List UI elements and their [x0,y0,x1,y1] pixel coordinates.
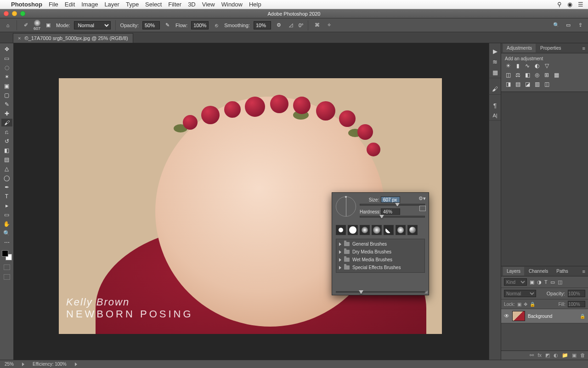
filter-type-icon[interactable]: T [544,279,548,285]
history-brush-tool[interactable]: ↺ [1,137,12,145]
brush-preset[interactable] [336,225,346,235]
vibrance-icon[interactable]: ▽ [543,63,550,69]
menu-view[interactable]: View [202,1,215,8]
document-tab[interactable]: × ©_17A7000 srgb_5000px.jpg @ 25% (RGB/8… [13,33,133,43]
control-center-icon[interactable]: ☰ [578,1,583,8]
hand-tool[interactable]: ✋ [1,220,12,228]
visibility-icon[interactable]: 👁 [504,313,509,319]
hardness-slider[interactable] [360,216,425,218]
healing-tool[interactable]: ✚ [1,109,12,117]
tab-channels[interactable]: Channels [525,267,552,276]
paragraph-icon[interactable]: ¶ [493,102,497,109]
color-lookup-icon[interactable]: ▦ [553,72,560,78]
filter-smart-icon[interactable]: ◫ [558,279,562,285]
share-icon[interactable]: ⇪ [576,21,584,29]
menu-select[interactable]: Select [145,1,162,8]
marquee-tool[interactable]: ▭ [1,54,12,62]
filter-shape-icon[interactable]: ▭ [550,279,555,285]
zoom-tool[interactable]: 🔍 [1,229,12,237]
layer-mask-icon[interactable]: ◩ [545,352,550,358]
quick-select-tool[interactable]: ✶ [1,73,12,80]
brush-folder[interactable]: Wet Media Brushes [336,256,424,264]
invert-icon[interactable]: ◨ [505,81,511,87]
brush-tool[interactable]: 🖌 [1,119,12,126]
layer-filter-select[interactable]: Kind [504,278,527,286]
dodge-tool[interactable]: ◯ [1,174,12,182]
menu-filter[interactable]: Filter [168,1,181,8]
brush-preset[interactable] [372,225,382,235]
close-tab-icon[interactable]: × [18,35,21,41]
quick-mask-toggle[interactable] [4,264,10,270]
actions-icon[interactable]: ▶ [493,48,498,55]
layer-name[interactable]: Background [528,314,577,319]
menu-image[interactable]: Image [81,1,98,8]
history-icon[interactable]: ≋ [492,58,498,65]
workspace-icon[interactable]: ▭ [564,21,572,29]
eraser-tool[interactable]: ◧ [1,146,12,154]
status-menu-icon[interactable] [75,362,77,366]
search-icon[interactable]: 🔍 [552,21,560,29]
smoothing-options-icon[interactable]: ⚙ [275,21,283,29]
app-name[interactable]: Photoshop [11,1,42,8]
symmetry-icon[interactable]: ✧ [325,21,333,29]
levels-icon[interactable]: ▮ [514,63,521,69]
brush-preset[interactable] [407,225,418,235]
pen-tool[interactable]: ✒ [1,183,12,191]
hardness-value[interactable]: 46% [381,208,400,215]
brush-preview[interactable]: 607 [34,20,40,31]
blend-mode-select[interactable]: Normal [504,290,536,297]
tab-adjustments[interactable]: Adjustments [503,44,536,52]
layer-thumbnail[interactable] [512,311,525,321]
flow-value[interactable]: 100% [191,21,209,29]
new-group-icon[interactable]: 📁 [562,352,568,358]
tool-preset-icon[interactable]: ✐ [22,21,30,29]
lock-all-icon[interactable]: 🔒 [530,302,535,307]
link-layers-icon[interactable]: ⚯ [530,352,534,358]
channel-mixer-icon[interactable]: ⊞ [543,72,550,78]
brush-angle-control[interactable] [336,196,356,217]
new-adjustment-icon[interactable]: ◐ [554,352,558,358]
panel-menu-icon[interactable]: ≡ [582,269,588,274]
type-tool[interactable]: T [1,192,12,200]
clone-tool[interactable]: ⎌ [1,128,12,136]
menu-layer[interactable]: Layer [104,1,119,8]
tablet-pressure-icon[interactable]: ⌘ [313,21,321,29]
brush-panel-toggle-icon[interactable]: ▣ [44,21,52,29]
delete-layer-icon[interactable]: 🗑 [580,352,585,358]
brightness-icon[interactable]: ☀ [505,63,511,69]
exposure-icon[interactable]: ◐ [534,63,540,69]
menu-edit[interactable]: Edit [65,1,75,8]
posterize-icon[interactable]: ▤ [514,81,521,87]
tab-layers[interactable]: Layers [503,267,524,276]
color-swatches[interactable] [2,250,12,260]
brush-folder[interactable]: Special Effects Brushes [336,264,424,271]
screen-mode-toggle[interactable] [4,274,10,280]
layer-row[interactable]: 👁 Background 🔒 [501,309,588,323]
brush-folder[interactable]: Dry Media Brushes [336,248,424,256]
brush-preset[interactable] [384,225,394,235]
fill-value[interactable] [568,301,585,307]
crop-tool[interactable]: ▣ [1,82,12,90]
opacity-pressure-icon[interactable]: ✎ [164,21,172,29]
bw-icon[interactable]: ◧ [524,72,531,78]
new-brush-preset-icon[interactable] [419,206,426,211]
resize-grip-icon[interactable]: ◢ [424,289,428,294]
foreground-color[interactable] [2,250,8,257]
user-icon[interactable]: ◉ [567,1,572,8]
brush-preset[interactable] [396,225,406,235]
filter-adj-icon[interactable]: ◑ [537,279,542,285]
selective-color-icon[interactable]: ◫ [543,81,550,87]
eyedropper-tool[interactable]: ✎ [1,100,12,108]
airbrush-icon[interactable]: ⎋ [212,21,220,29]
brush-preset[interactable] [360,225,370,235]
frame-tool[interactable]: ▢ [1,91,12,99]
lock-pixels-icon[interactable]: ▣ [517,302,521,307]
filter-pixel-icon[interactable]: ▣ [530,279,534,285]
shape-tool[interactable]: ▭ [1,211,12,218]
character-icon[interactable]: A| [492,113,497,118]
layer-style-icon[interactable]: fx [537,352,542,358]
zoom-window-button[interactable] [20,11,25,16]
smoothing-value[interactable]: 10% [254,21,271,29]
hue-icon[interactable]: ◫ [505,72,511,78]
libraries-icon[interactable]: ▦ [492,69,498,76]
